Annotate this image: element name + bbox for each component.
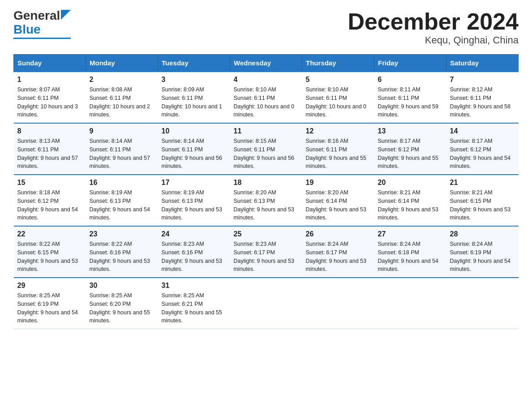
day-number: 8 (17, 127, 82, 135)
calendar-cell: 5 Sunrise: 8:10 AM Sunset: 6:11 PM Dayli… (302, 72, 374, 123)
logo-triangle-icon (61, 10, 71, 20)
calendar-cell (374, 278, 446, 329)
day-number: 31 (162, 282, 227, 290)
day-number: 24 (162, 230, 227, 238)
day-info: Sunrise: 8:17 AM Sunset: 6:12 PM Dayligh… (378, 137, 443, 171)
calendar-cell: 9 Sunrise: 8:14 AM Sunset: 6:11 PM Dayli… (86, 123, 158, 175)
day-number: 2 (90, 76, 154, 84)
day-number: 21 (450, 179, 515, 187)
calendar-cell: 28 Sunrise: 8:24 AM Sunset: 6:19 PM Dayl… (446, 226, 519, 278)
calendar-cell: 16 Sunrise: 8:19 AM Sunset: 6:13 PM Dayl… (86, 175, 158, 226)
day-number: 20 (378, 179, 443, 187)
day-info: Sunrise: 8:19 AM Sunset: 6:13 PM Dayligh… (162, 188, 227, 222)
logo-general: General (13, 9, 60, 23)
day-info: Sunrise: 8:21 AM Sunset: 6:15 PM Dayligh… (450, 188, 515, 222)
day-info: Sunrise: 8:13 AM Sunset: 6:11 PM Dayligh… (17, 137, 82, 171)
day-info: Sunrise: 8:10 AM Sunset: 6:11 PM Dayligh… (306, 86, 371, 119)
day-number: 3 (162, 76, 227, 84)
calendar-cell: 30 Sunrise: 8:25 AM Sunset: 6:20 PM Dayl… (86, 278, 158, 329)
header-wednesday: Wednesday (230, 55, 302, 72)
day-number: 6 (378, 76, 443, 84)
calendar-cell: 27 Sunrise: 8:24 AM Sunset: 6:18 PM Dayl… (374, 226, 446, 278)
day-number: 28 (450, 230, 515, 238)
day-info: Sunrise: 8:24 AM Sunset: 6:17 PM Dayligh… (306, 240, 371, 274)
day-number: 7 (450, 76, 515, 84)
day-number: 13 (378, 127, 443, 135)
calendar-cell: 19 Sunrise: 8:20 AM Sunset: 6:14 PM Dayl… (302, 175, 374, 226)
day-info: Sunrise: 8:20 AM Sunset: 6:14 PM Dayligh… (306, 188, 371, 222)
week-row-1: 1 Sunrise: 8:07 AM Sunset: 6:11 PM Dayli… (14, 72, 519, 123)
page-header: General Blue December 2024 Kequ, Qinghai… (13, 9, 519, 46)
day-number: 4 (234, 76, 299, 84)
day-info: Sunrise: 8:17 AM Sunset: 6:12 PM Dayligh… (450, 137, 515, 171)
calendar-cell: 8 Sunrise: 8:13 AM Sunset: 6:11 PM Dayli… (14, 123, 86, 175)
logo-blue: Blue (13, 23, 41, 37)
logo-underline (13, 38, 71, 39)
week-row-2: 8 Sunrise: 8:13 AM Sunset: 6:11 PM Dayli… (14, 123, 519, 175)
calendar-cell: 12 Sunrise: 8:16 AM Sunset: 6:11 PM Dayl… (302, 123, 374, 175)
day-number: 16 (90, 179, 154, 187)
calendar-cell: 3 Sunrise: 8:09 AM Sunset: 6:11 PM Dayli… (158, 72, 230, 123)
day-number: 17 (162, 179, 227, 187)
day-info: Sunrise: 8:25 AM Sunset: 6:21 PM Dayligh… (162, 291, 227, 325)
header-thursday: Thursday (302, 55, 374, 72)
calendar-header-row: SundayMondayTuesdayWednesdayThursdayFrid… (14, 55, 519, 72)
day-info: Sunrise: 8:20 AM Sunset: 6:13 PM Dayligh… (234, 188, 299, 222)
page-title: December 2024 (348, 9, 519, 34)
day-number: 30 (90, 282, 154, 290)
day-info: Sunrise: 8:12 AM Sunset: 6:11 PM Dayligh… (450, 86, 515, 119)
day-number: 22 (17, 230, 82, 238)
day-info: Sunrise: 8:15 AM Sunset: 6:11 PM Dayligh… (234, 137, 299, 171)
logo: General Blue (13, 9, 71, 39)
day-info: Sunrise: 8:14 AM Sunset: 6:11 PM Dayligh… (90, 137, 154, 171)
header-sunday: Sunday (14, 55, 86, 72)
day-info: Sunrise: 8:21 AM Sunset: 6:14 PM Dayligh… (378, 188, 443, 222)
day-number: 12 (306, 127, 371, 135)
calendar-cell: 7 Sunrise: 8:12 AM Sunset: 6:11 PM Dayli… (446, 72, 519, 123)
day-info: Sunrise: 8:22 AM Sunset: 6:16 PM Dayligh… (90, 240, 154, 274)
calendar-cell: 13 Sunrise: 8:17 AM Sunset: 6:12 PM Dayl… (374, 123, 446, 175)
calendar-cell: 6 Sunrise: 8:11 AM Sunset: 6:11 PM Dayli… (374, 72, 446, 123)
day-info: Sunrise: 8:23 AM Sunset: 6:17 PM Dayligh… (234, 240, 299, 274)
day-info: Sunrise: 8:25 AM Sunset: 6:19 PM Dayligh… (17, 291, 82, 325)
day-number: 18 (234, 179, 299, 187)
day-number: 10 (162, 127, 227, 135)
day-info: Sunrise: 8:24 AM Sunset: 6:18 PM Dayligh… (378, 240, 443, 274)
day-info: Sunrise: 8:23 AM Sunset: 6:16 PM Dayligh… (162, 240, 227, 274)
calendar-cell: 20 Sunrise: 8:21 AM Sunset: 6:14 PM Dayl… (374, 175, 446, 226)
day-number: 26 (306, 230, 371, 238)
svg-marker-0 (61, 10, 71, 20)
calendar-cell: 11 Sunrise: 8:15 AM Sunset: 6:11 PM Dayl… (230, 123, 302, 175)
calendar-cell: 14 Sunrise: 8:17 AM Sunset: 6:12 PM Dayl… (446, 123, 519, 175)
calendar-cell: 4 Sunrise: 8:10 AM Sunset: 6:11 PM Dayli… (230, 72, 302, 123)
calendar-cell: 15 Sunrise: 8:18 AM Sunset: 6:12 PM Dayl… (14, 175, 86, 226)
day-number: 23 (90, 230, 154, 238)
day-info: Sunrise: 8:19 AM Sunset: 6:13 PM Dayligh… (90, 188, 154, 222)
day-info: Sunrise: 8:09 AM Sunset: 6:11 PM Dayligh… (162, 86, 227, 119)
calendar-cell: 2 Sunrise: 8:08 AM Sunset: 6:11 PM Dayli… (86, 72, 158, 123)
day-info: Sunrise: 8:16 AM Sunset: 6:11 PM Dayligh… (306, 137, 371, 171)
calendar-cell (230, 278, 302, 329)
calendar-cell: 18 Sunrise: 8:20 AM Sunset: 6:13 PM Dayl… (230, 175, 302, 226)
week-row-5: 29 Sunrise: 8:25 AM Sunset: 6:19 PM Dayl… (14, 278, 519, 329)
week-row-4: 22 Sunrise: 8:22 AM Sunset: 6:15 PM Dayl… (14, 226, 519, 278)
day-number: 27 (378, 230, 443, 238)
header-monday: Monday (86, 55, 158, 72)
calendar-cell: 21 Sunrise: 8:21 AM Sunset: 6:15 PM Dayl… (446, 175, 519, 226)
calendar-table: SundayMondayTuesdayWednesdayThursdayFrid… (13, 54, 519, 329)
day-number: 5 (306, 76, 371, 84)
day-info: Sunrise: 8:08 AM Sunset: 6:11 PM Dayligh… (90, 86, 154, 119)
calendar-cell: 25 Sunrise: 8:23 AM Sunset: 6:17 PM Dayl… (230, 226, 302, 278)
day-number: 14 (450, 127, 515, 135)
header-friday: Friday (374, 55, 446, 72)
calendar-cell (446, 278, 519, 329)
day-info: Sunrise: 8:25 AM Sunset: 6:20 PM Dayligh… (90, 291, 154, 325)
day-info: Sunrise: 8:22 AM Sunset: 6:15 PM Dayligh… (17, 240, 82, 274)
calendar-cell: 24 Sunrise: 8:23 AM Sunset: 6:16 PM Dayl… (158, 226, 230, 278)
day-info: Sunrise: 8:18 AM Sunset: 6:12 PM Dayligh… (17, 188, 82, 222)
page-subtitle: Kequ, Qinghai, China (348, 34, 519, 46)
day-number: 25 (234, 230, 299, 238)
week-row-3: 15 Sunrise: 8:18 AM Sunset: 6:12 PM Dayl… (14, 175, 519, 226)
calendar-cell: 26 Sunrise: 8:24 AM Sunset: 6:17 PM Dayl… (302, 226, 374, 278)
day-number: 19 (306, 179, 371, 187)
